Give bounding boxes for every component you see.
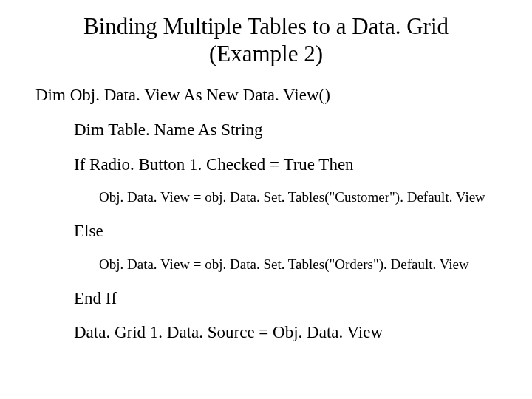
code-line: Dim Obj. Data. View As New Data. View(): [0, 85, 532, 106]
title-line-2: (Example 2): [209, 41, 323, 66]
slide: Binding Multiple Tables to a Data. Grid …: [0, 0, 532, 399]
code-line: Dim Table. Name As String: [0, 120, 532, 141]
code-line: Data. Grid 1. Data. Source = Obj. Data. …: [0, 322, 532, 344]
code-line: Obj. Data. View = obj. Data. Set. Tables…: [0, 188, 532, 206]
slide-body: Dim Obj. Data. View As New Data. View() …: [0, 85, 532, 344]
slide-title: Binding Multiple Tables to a Data. Grid …: [0, 13, 532, 67]
title-line-1: Binding Multiple Tables to a Data. Grid: [83, 13, 449, 39]
code-line: Else: [0, 221, 532, 242]
code-line: End If: [0, 288, 532, 310]
code-line: If Radio. Button 1. Checked = True Then: [0, 154, 532, 176]
code-line: Obj. Data. View = obj. Data. Set. Tables…: [0, 256, 532, 273]
